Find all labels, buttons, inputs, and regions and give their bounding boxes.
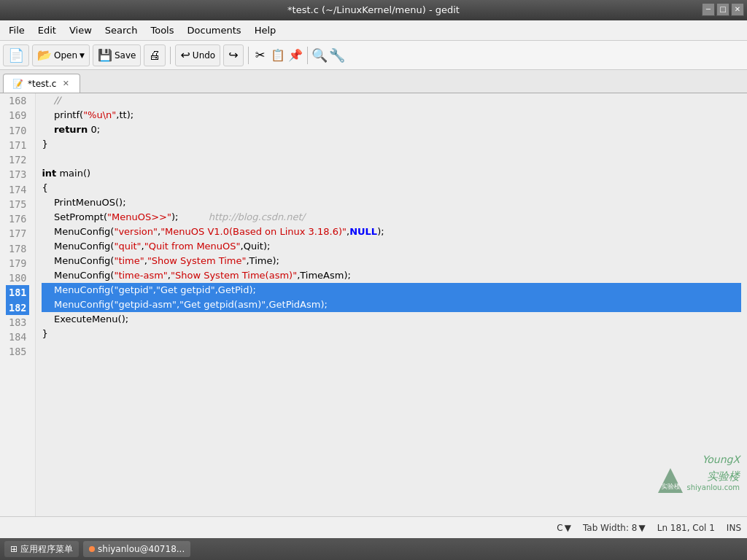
code-line: MenuConfig("version","MenuOS V1.0(Based … bbox=[42, 225, 741, 239]
line-number: 174 bbox=[6, 182, 29, 197]
tab-label: *test.c bbox=[28, 79, 56, 89]
terminal-label: shiyanlou@40718... bbox=[98, 544, 185, 554]
save-button[interactable]: 💾 Save bbox=[93, 44, 141, 66]
line-number: 172 bbox=[6, 152, 29, 167]
print-button[interactable]: 🖨 bbox=[144, 44, 166, 66]
code-line: { bbox=[42, 181, 741, 195]
line-number: 179 bbox=[6, 256, 29, 271]
language-dropdown-icon: ▼ bbox=[565, 523, 571, 533]
line-number: 182 bbox=[6, 300, 29, 315]
menu-search[interactable]: Search bbox=[99, 23, 144, 37]
tab-width-label: Tab Width: 8 bbox=[583, 523, 637, 533]
code-line bbox=[42, 341, 741, 356]
line-number: 175 bbox=[6, 197, 29, 211]
apps-icon: ⊞ bbox=[10, 544, 18, 554]
code-line: int main() bbox=[42, 166, 741, 181]
code-line: } bbox=[42, 137, 741, 152]
undo-icon: ↩ bbox=[180, 48, 190, 62]
watermark-text: YoungX bbox=[657, 454, 740, 465]
menu-bar: File Edit View Search Tools Documents He… bbox=[0, 20, 747, 41]
minimize-button[interactable]: − bbox=[702, 3, 715, 16]
watermark: YoungX 实验楼 实验楼 shiyanlou.com bbox=[657, 454, 740, 494]
line-number: 173 bbox=[6, 167, 29, 182]
code-line: PrintMenuOS(); bbox=[42, 195, 741, 210]
new-icon: 📄 bbox=[8, 47, 24, 63]
save-icon: 💾 bbox=[98, 48, 112, 62]
search-button[interactable]: 🔍 bbox=[312, 48, 327, 63]
line-number: 181 bbox=[6, 285, 29, 300]
language-label: C bbox=[557, 523, 562, 533]
paste-button[interactable]: 📌 bbox=[288, 48, 303, 63]
toolbar: 📄 📂 Open ▼ 💾 Save 🖨 ↩ Undo ↪ ✂ 📋 📌 🔍 🔧 bbox=[0, 41, 747, 70]
line-number: 184 bbox=[6, 330, 29, 344]
code-line: return 0; bbox=[42, 122, 741, 137]
new-button[interactable]: 📄 bbox=[3, 44, 29, 66]
language-selector[interactable]: C ▼ bbox=[557, 523, 571, 533]
toolbar-separator-3 bbox=[307, 47, 308, 64]
line-number: 180 bbox=[6, 271, 29, 285]
line-number: 171 bbox=[6, 138, 29, 152]
code-line: MenuConfig("getpid","Get getpid",GetPid)… bbox=[42, 283, 741, 298]
tab-close-button[interactable]: ✕ bbox=[61, 79, 71, 89]
line-number: 169 bbox=[6, 108, 29, 122]
window-title: *test.c (~/LinuxKernel/menu) - gedit bbox=[287, 4, 460, 15]
taskbar-terminal[interactable]: shiyanlou@40718... bbox=[83, 541, 190, 557]
toolbar-separator-2 bbox=[248, 47, 249, 64]
title-bar: *test.c (~/LinuxKernel/menu) - gedit − □… bbox=[0, 0, 747, 20]
ins-mode: INS bbox=[727, 523, 741, 533]
watermark-site: shiyanlou.com bbox=[687, 483, 740, 491]
tab-bar: 📝 *test.c ✕ bbox=[0, 70, 747, 93]
code-line: // bbox=[42, 93, 741, 108]
tab-width-dropdown-icon: ▼ bbox=[638, 523, 645, 533]
code-line: ExecuteMenu(); bbox=[42, 312, 741, 327]
watermark-subtext: 实验楼 bbox=[687, 470, 740, 483]
redo-icon: ↪ bbox=[228, 48, 238, 62]
status-bar: C ▼ Tab Width: 8 ▼ Ln 181, Col 1 INS bbox=[0, 516, 747, 538]
watermark-logo-icon: 实验楼 bbox=[657, 467, 684, 494]
line-number: 183 bbox=[6, 315, 29, 330]
menu-documents[interactable]: Documents bbox=[182, 23, 247, 37]
undo-button[interactable]: ↩ Undo bbox=[175, 44, 220, 66]
maximize-button[interactable]: □ bbox=[716, 3, 729, 16]
save-label: Save bbox=[115, 50, 136, 61]
terminal-icon bbox=[89, 546, 95, 552]
menu-edit[interactable]: Edit bbox=[32, 23, 62, 37]
code-line: MenuConfig("quit","Quit from MenuOS",Qui… bbox=[42, 239, 741, 254]
copy-button[interactable]: 📋 bbox=[271, 48, 285, 63]
code-line: MenuConfig("getpid-asm","Get getpid(asm)… bbox=[42, 298, 741, 312]
menu-tools[interactable]: Tools bbox=[144, 23, 179, 37]
tab-icon: 📝 bbox=[12, 79, 23, 89]
menu-view[interactable]: View bbox=[63, 23, 98, 37]
tab-width-selector[interactable]: Tab Width: 8 ▼ bbox=[583, 523, 646, 533]
line-number: 178 bbox=[6, 241, 29, 256]
taskbar-apps-menu[interactable]: ⊞ 应用程序菜单 bbox=[4, 541, 79, 557]
open-dropdown-icon: ▼ bbox=[80, 52, 85, 59]
line-number: 176 bbox=[6, 211, 29, 226]
cursor-position: Ln 181, Col 1 bbox=[657, 523, 715, 533]
apps-label: 应用程序菜单 bbox=[20, 543, 73, 556]
code-line: printf("%u\n",tt); bbox=[42, 108, 741, 122]
code-line: SetPrompt("MenuOS>>"); http://blog.csdn.… bbox=[42, 210, 741, 225]
editor[interactable]: 1681691701711721731741751761771781791801… bbox=[0, 93, 747, 516]
replace-button[interactable]: 🔧 bbox=[330, 48, 344, 63]
open-label: Open bbox=[54, 50, 77, 61]
line-number: 185 bbox=[6, 344, 29, 359]
code-line bbox=[42, 152, 741, 166]
code-content[interactable]: // printf("%u\n",tt); return 0;}int main… bbox=[36, 93, 747, 516]
code-line: } bbox=[42, 327, 741, 341]
line-number: 170 bbox=[6, 123, 29, 138]
line-numbers: 1681691701711721731741751761771781791801… bbox=[0, 93, 36, 516]
title-bar-controls[interactable]: − □ ✕ bbox=[702, 3, 744, 16]
taskbar: ⊞ 应用程序菜单 shiyanlou@40718... bbox=[0, 538, 747, 560]
close-button[interactable]: ✕ bbox=[731, 3, 744, 16]
line-number: 177 bbox=[6, 226, 29, 241]
tab-test-c[interactable]: 📝 *test.c ✕ bbox=[3, 74, 80, 93]
editor-wrapper: 1681691701711721731741751761771781791801… bbox=[0, 93, 747, 516]
redo-button[interactable]: ↪ bbox=[223, 44, 243, 66]
toolbar-separator-1 bbox=[170, 47, 171, 64]
open-icon: 📂 bbox=[37, 48, 52, 62]
menu-file[interactable]: File bbox=[3, 23, 31, 37]
open-button[interactable]: 📂 Open ▼ bbox=[32, 44, 90, 66]
cut-button[interactable]: ✂ bbox=[253, 48, 268, 63]
menu-help[interactable]: Help bbox=[249, 23, 282, 37]
